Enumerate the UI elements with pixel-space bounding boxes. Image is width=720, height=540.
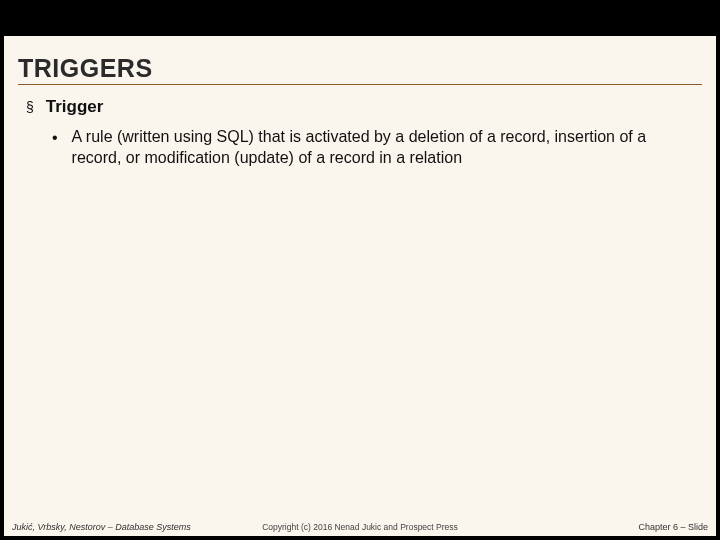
slide: TRIGGERS § Trigger • A rule (written usi…: [4, 36, 716, 536]
title-wrap: TRIGGERS: [18, 54, 702, 85]
footer: Jukić, Vrbsky, Nestorov – Database Syste…: [4, 522, 716, 532]
footer-center: Copyright (c) 2016 Nenad Jukic and Prosp…: [262, 522, 458, 532]
slide-body: § Trigger • A rule (written using SQL) t…: [26, 96, 694, 168]
bullet-level-1: § Trigger: [26, 96, 694, 118]
bullet1-marker-icon: §: [26, 96, 34, 118]
page-title: TRIGGERS: [18, 54, 702, 83]
footer-left: Jukić, Vrbsky, Nestorov – Database Syste…: [12, 522, 191, 532]
bullet-level-2: • A rule (written using SQL) that is act…: [52, 126, 694, 168]
footer-right: Chapter 6 – Slide: [638, 522, 708, 532]
bullet2-marker-icon: •: [52, 126, 58, 149]
bullet2-text: A rule (written using SQL) that is activ…: [72, 126, 672, 168]
bullet1-text: Trigger: [46, 96, 104, 118]
